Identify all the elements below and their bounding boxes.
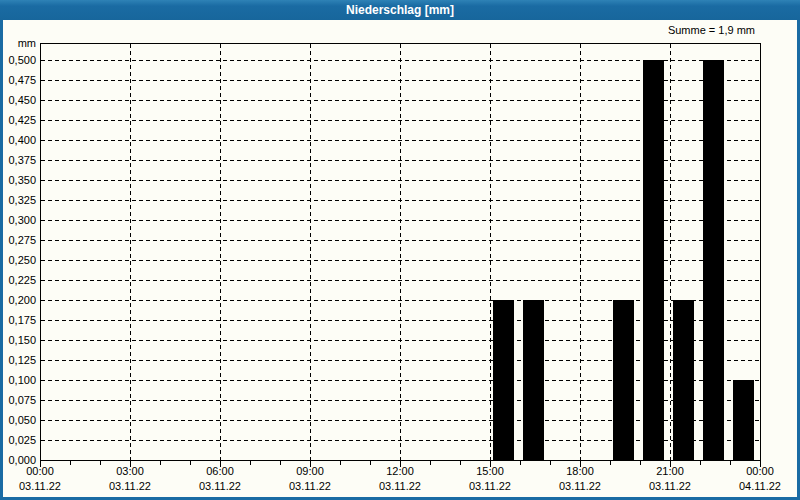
x-tick-date-label: 03.11.22 — [544, 480, 616, 493]
x-tick-time-label: 21:00 — [634, 465, 706, 478]
precipitation-bar — [733, 380, 754, 460]
y-tick-label: 0,250 — [3, 253, 36, 267]
y-tick-label: 0,200 — [3, 293, 36, 307]
precipitation-bar — [643, 60, 664, 460]
y-tick-label: 0,050 — [3, 413, 36, 427]
x-tick-time-label: 03:00 — [94, 465, 166, 478]
y-tick-label: 0,500 — [3, 53, 36, 67]
x-tick-date-label: 03.11.22 — [94, 480, 166, 493]
y-tick-label: 0,100 — [3, 373, 36, 387]
x-tick-date-label: 04.11.22 — [724, 480, 796, 493]
y-tick-label: 0,475 — [3, 73, 36, 87]
y-tick-label: 0,375 — [3, 153, 36, 167]
x-tick-date-label: 03.11.22 — [364, 480, 436, 493]
x-tick-time-label: 00:00 — [724, 465, 796, 478]
y-tick-label: 0,150 — [3, 333, 36, 347]
y-tick-label: 0,425 — [3, 113, 36, 127]
precipitation-bar — [493, 300, 514, 460]
x-tick-time-label: 09:00 — [274, 465, 346, 478]
y-tick-label: 0,400 — [3, 133, 36, 147]
x-tick-date-label: 03.11.22 — [274, 480, 346, 493]
x-tick-date-label: 03.11.22 — [454, 480, 526, 493]
y-tick-label: 0,175 — [3, 313, 36, 327]
precipitation-bar — [523, 300, 544, 460]
title-bar: Niederschlag [mm] — [0, 0, 800, 20]
x-tick-time-label: 18:00 — [544, 465, 616, 478]
window-title: Niederschlag [mm] — [346, 3, 454, 17]
y-tick-label: 0,025 — [3, 433, 36, 447]
y-axis-unit-label: mm — [3, 37, 36, 49]
x-tick-date-label: 03.11.22 — [184, 480, 256, 493]
x-tick-time-label: 15:00 — [454, 465, 526, 478]
precipitation-bar — [703, 60, 724, 460]
y-tick-label: 0,300 — [3, 213, 36, 227]
chart-area: Summe = 1,9 mm mm 0,0000,0250,0500,0750,… — [3, 20, 797, 497]
x-tick-date-label: 03.11.22 — [634, 480, 706, 493]
sum-annotation: Summe = 1,9 mm — [668, 24, 755, 36]
y-tick-label: 0,275 — [3, 233, 36, 247]
y-tick-label: 0,350 — [3, 173, 36, 187]
plot-canvas — [3, 20, 797, 497]
x-tick-time-label: 06:00 — [184, 465, 256, 478]
precipitation-bar — [673, 300, 694, 460]
x-tick-time-label: 00:00 — [4, 465, 76, 478]
y-tick-label: 0,125 — [3, 353, 36, 367]
x-tick-time-label: 12:00 — [364, 465, 436, 478]
y-tick-label: 0,325 — [3, 193, 36, 207]
x-tick-date-label: 03.11.22 — [4, 480, 76, 493]
precipitation-bar — [613, 300, 634, 460]
y-tick-label: 0,225 — [3, 273, 36, 287]
y-tick-label: 0,075 — [3, 393, 36, 407]
chart-window: Niederschlag [mm] Summe = 1,9 mm mm 0,00… — [0, 0, 800, 500]
y-tick-label: 0,450 — [3, 93, 36, 107]
